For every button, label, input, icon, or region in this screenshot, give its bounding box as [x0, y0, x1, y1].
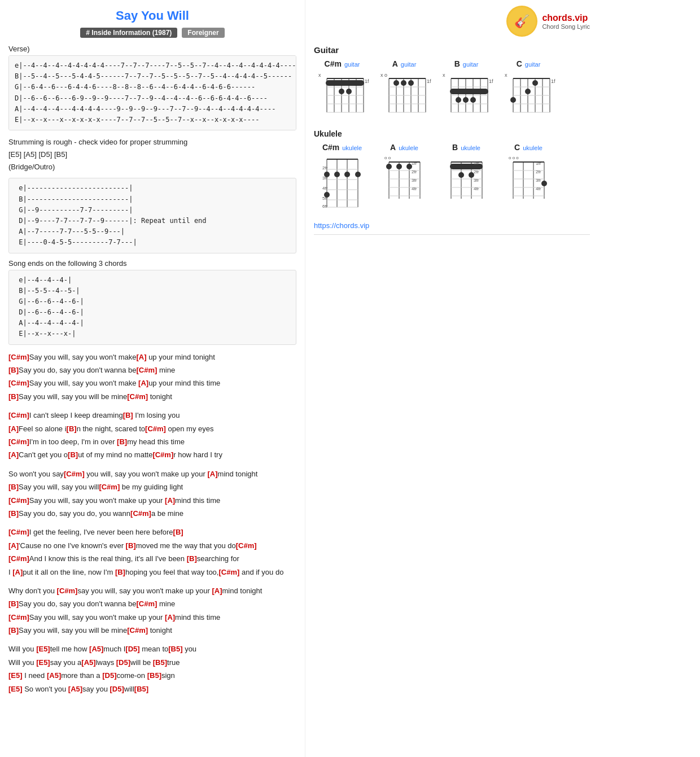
chord-marker[interactable]: [C#m] [57, 587, 78, 595]
chord-marker[interactable]: [E5] [36, 658, 50, 667]
chord-marker[interactable]: [C#m] [152, 450, 173, 459]
chord-marker[interactable]: [B] [68, 450, 78, 459]
chord-marker[interactable]: [B] [67, 425, 77, 433]
lyric-line: Will you [E5]tell me how [A5]much I[D5] … [8, 642, 296, 655]
chord-marker[interactable]: [D5] [110, 685, 124, 693]
chord-marker[interactable]: [B] [115, 568, 125, 576]
lyric-paragraph: [C#m]I get the feeling, I've never been … [8, 526, 296, 579]
svg-point-46 [463, 97, 469, 103]
chord-card-guitar-cm: C#m guitar x [314, 59, 370, 121]
chord-marker[interactable]: [E5] [36, 645, 50, 653]
chord-marker[interactable]: [A] [136, 353, 146, 361]
chord-card-guitar-a: A guitar x o [376, 59, 432, 121]
chord-marker[interactable]: [A5] [81, 658, 95, 667]
svg-text:4fr: 4fr [322, 186, 328, 191]
chord-marker[interactable]: [B] [8, 600, 19, 608]
chord-marker[interactable]: [C#m] [8, 379, 29, 387]
lyric-line: I [A]put it all on the line, now I'm [B]… [8, 566, 296, 579]
chord-marker[interactable]: [B] [8, 483, 19, 491]
chord-marker[interactable]: [C#m] [130, 509, 151, 518]
chord-card-uke-cm: C#m ukulele [314, 143, 370, 213]
chord-marker[interactable]: [B5] [147, 671, 161, 680]
chord-marker[interactable]: [A] [212, 587, 222, 595]
svg-text:1fr: 1fr [427, 78, 431, 84]
lyric-line: [C#m]I can't sleep I keep dreaming[B] I'… [8, 409, 296, 422]
chord-marker[interactable]: [C#m] [8, 437, 29, 446]
url-footer[interactable]: https://chords.vip [314, 221, 590, 230]
chord-marker[interactable]: [C#m] [8, 411, 29, 419]
svg-text:2fr: 2fr [322, 165, 328, 170]
lyric-line: [C#m]And I know this is the real thing, … [8, 552, 296, 565]
svg-text:4fr: 4fr [412, 186, 417, 191]
guitar-chords-grid: C#m guitar x [314, 59, 590, 121]
ukulele-section-title: Ukulele [314, 129, 590, 138]
chord-marker[interactable]: [A] [165, 613, 175, 622]
svg-text:x: x [318, 72, 321, 78]
chord-marker[interactable]: [B5] [153, 658, 167, 667]
chord-marker[interactable]: [C#m] [8, 353, 29, 361]
chord-marker[interactable]: [D5] [102, 671, 116, 680]
chord-marker[interactable]: [C#m] [236, 541, 257, 550]
chord-marker[interactable]: [A] [208, 470, 218, 478]
lyric-paragraph: Why don't you [C#m]say you will, say you… [8, 584, 296, 637]
lyric-line: So won't you say[C#m] you will, say you … [8, 467, 296, 480]
svg-text:3fr: 3fr [322, 176, 328, 181]
chord-card-uke-b: B ukulele 1fr [438, 143, 495, 213]
chord-marker[interactable]: [C#m] [64, 470, 85, 478]
chord-marker[interactable]: [C#m] [8, 528, 29, 536]
chord-marker[interactable]: [B] [173, 528, 183, 536]
logo: 🎸 chords.vip Chord Song Lyric [506, 6, 590, 37]
tab-box-1: e|--4--4--4--4-4-4-4-4----7--7--7----7--… [8, 55, 296, 130]
chord-marker[interactable]: [A] [138, 379, 148, 387]
lyric-paragraph: Will you [E5]tell me how [A5]much I[D5] … [8, 642, 296, 695]
chord-marker[interactable]: [D5] [125, 645, 139, 653]
chord-marker[interactable]: [A] [12, 568, 23, 576]
chord-marker[interactable]: [A5] [68, 685, 82, 693]
chord-marker[interactable]: [E5] [8, 685, 23, 693]
chord-marker[interactable]: [A] [8, 541, 19, 550]
chord-marker[interactable]: [A5] [47, 671, 61, 680]
chord-marker[interactable]: [C#m] [127, 626, 148, 635]
svg-text:1fr: 1fr [536, 161, 541, 166]
album-tag[interactable]: # Inside Information (1987) [80, 28, 177, 38]
chord-marker[interactable]: [C#m] [145, 425, 166, 433]
chord-marker[interactable]: [B] [8, 366, 19, 374]
chord-marker[interactable]: [C#m] [8, 496, 29, 505]
strumming-note: Strumming is rough - check video for pro… [8, 136, 296, 173]
svg-point-112 [458, 172, 464, 178]
guitar-section-title: Guitar [314, 45, 590, 55]
svg-point-13 [339, 89, 344, 94]
chord-marker[interactable]: [C#m] [137, 366, 158, 374]
chord-marker[interactable]: [C#m] [127, 392, 148, 401]
chord-marker[interactable]: [A] [165, 496, 175, 505]
artist-tag[interactable]: Foreigner [182, 28, 224, 38]
chord-marker[interactable]: [C#m] [218, 568, 239, 576]
lyric-line: [C#m]I'm in too deep, I'm in over [B]my … [8, 435, 296, 448]
chord-marker[interactable]: [B] [123, 411, 133, 419]
chord-marker[interactable]: [B] [117, 437, 127, 446]
chord-marker[interactable]: [A] [8, 450, 19, 459]
chord-marker[interactable]: [C#m] [8, 613, 29, 622]
uke-a-diagram: o o 1fr 2fr 3fr 4 [383, 154, 426, 204]
chord-marker[interactable]: [C#m] [8, 554, 29, 563]
chord-marker[interactable]: [D5] [116, 658, 130, 667]
chord-marker[interactable]: [B5] [134, 685, 148, 693]
lyric-paragraph: [C#m]I can't sleep I keep dreaming[B] I'… [8, 409, 296, 462]
chord-marker[interactable]: [B] [8, 392, 19, 401]
chord-marker[interactable]: [A] [8, 425, 19, 433]
svg-text:2fr: 2fr [412, 169, 417, 174]
chord-marker[interactable]: [B] [8, 509, 19, 518]
chord-marker[interactable]: [B] [8, 626, 19, 635]
chord-marker[interactable]: [A5] [89, 645, 103, 653]
chord-card-guitar-b: B guitar x [438, 59, 495, 121]
svg-rect-44 [450, 89, 488, 94]
chord-marker[interactable]: [B] [187, 554, 197, 563]
chord-marker[interactable]: [C#m] [137, 600, 158, 608]
chord-marker[interactable]: [C#m] [99, 483, 120, 491]
chord-marker[interactable]: [B5] [168, 645, 182, 653]
chord-marker[interactable]: [B] [126, 541, 136, 550]
svg-text:1fr: 1fr [489, 78, 493, 84]
svg-point-61 [532, 80, 538, 86]
lyric-line: [C#m]Say you will, say you won't make up… [8, 611, 296, 624]
chord-marker[interactable]: [E5] [8, 671, 23, 680]
